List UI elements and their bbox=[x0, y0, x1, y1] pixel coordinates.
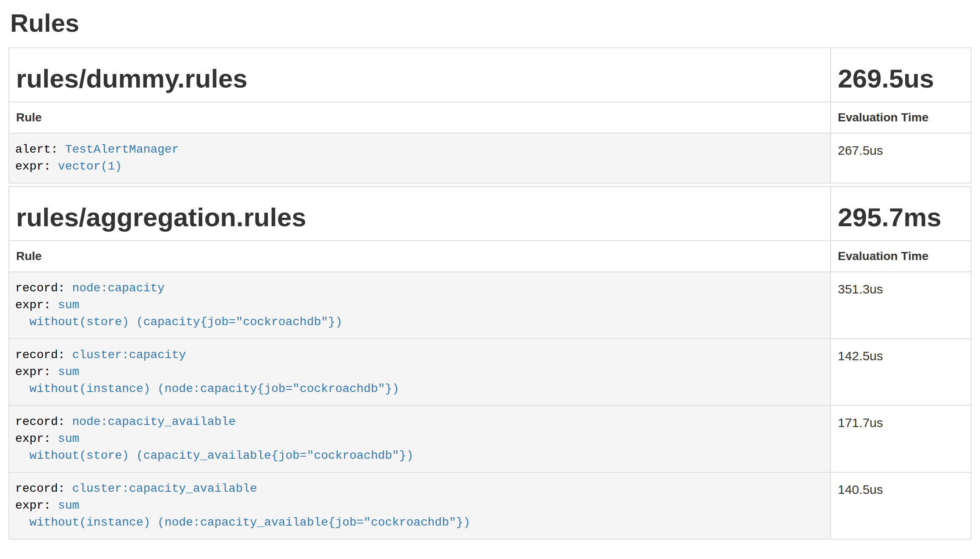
rule-definition: alert: TestAlertManagerexpr: vector(1) bbox=[9, 133, 831, 183]
rule-link[interactable]: without(instance) (node:capacity{job="co… bbox=[15, 382, 399, 395]
code-line: record: node:capacity_available bbox=[15, 414, 824, 430]
rule-row: record: cluster:capacityexpr: sum withou… bbox=[9, 339, 971, 406]
column-header-row: Rule Evaluation Time bbox=[9, 241, 971, 272]
rule-evaluation-time: 140.5us bbox=[831, 472, 971, 539]
rule-group-table: rules/aggregation.rules 295.7ms Rule Eva… bbox=[8, 186, 972, 540]
code-keyword: record: bbox=[15, 282, 72, 295]
rule-row: record: node:capacity_availableexpr: sum… bbox=[9, 406, 971, 472]
rule-group-eval-total-cell: 269.5us bbox=[831, 48, 971, 102]
code-line: expr: vector(1) bbox=[15, 158, 824, 175]
eval-column-header: Evaluation Time bbox=[831, 102, 971, 133]
rule-link[interactable]: cluster:capacity_available bbox=[72, 482, 257, 495]
rule-row: record: node:capacityexpr: sum without(s… bbox=[9, 272, 971, 339]
code-line: record: cluster:capacity bbox=[15, 347, 824, 364]
rule-evaluation-time: 171.7us bbox=[831, 406, 971, 472]
code-line: alert: TestAlertManager bbox=[15, 141, 824, 158]
rule-link[interactable]: cluster:capacity bbox=[72, 348, 186, 362]
code-keyword: record: bbox=[15, 348, 72, 362]
code-keyword: expr: bbox=[15, 499, 58, 512]
rule-evaluation-time: 267.5us bbox=[831, 133, 971, 183]
code-keyword: alert: bbox=[15, 143, 65, 156]
rules-page: Rules rules/dummy.rules 269.5us Rule Eva… bbox=[0, 9, 980, 540]
rule-group-file-cell: rules/aggregation.rules bbox=[9, 186, 831, 241]
rule-group-eval-total: 269.5us bbox=[838, 64, 964, 93]
column-header-row: Rule Evaluation Time bbox=[9, 102, 971, 133]
rule-groups: rules/dummy.rules 269.5us Rule Evaluatio… bbox=[8, 47, 972, 540]
rule-link[interactable]: sum bbox=[58, 499, 79, 512]
code-line: without(store) (capacity{job="cockroachd… bbox=[15, 314, 824, 331]
rule-group-file: rules/aggregation.rules bbox=[16, 203, 823, 232]
code-keyword: expr: bbox=[15, 365, 58, 378]
rule-group-header-row: rules/dummy.rules 269.5us bbox=[9, 48, 971, 102]
rule-link[interactable]: without(store) (capacity_available{job="… bbox=[15, 449, 413, 462]
rule-group-file: rules/dummy.rules bbox=[16, 64, 823, 93]
code-keyword: expr: bbox=[15, 299, 58, 312]
rule-column-header: Rule bbox=[9, 241, 831, 272]
rule-link[interactable]: node:capacity bbox=[72, 282, 164, 295]
rule-link[interactable]: without(instance) (node:capacity_availab… bbox=[15, 516, 470, 529]
code-keyword: expr: bbox=[15, 432, 58, 445]
rule-row: record: cluster:capacity_availableexpr: … bbox=[9, 472, 971, 539]
rule-group-table: rules/dummy.rules 269.5us Rule Evaluatio… bbox=[8, 47, 972, 184]
rule-link[interactable]: node:capacity_available bbox=[72, 415, 235, 428]
rule-definition: record: cluster:capacity_availableexpr: … bbox=[9, 472, 831, 539]
rule-column-header: Rule bbox=[9, 102, 831, 133]
code-keyword: record: bbox=[15, 415, 72, 428]
rule-row: alert: TestAlertManagerexpr: vector(1)26… bbox=[9, 133, 971, 183]
page-title: Rules bbox=[10, 9, 972, 37]
eval-column-header: Evaluation Time bbox=[831, 241, 971, 272]
rule-link[interactable]: without(store) (capacity{job="cockroachd… bbox=[15, 315, 342, 329]
rule-evaluation-time: 142.5us bbox=[831, 339, 971, 406]
code-line: record: cluster:capacity_available bbox=[15, 480, 824, 497]
code-line: without(instance) (node:capacity{job="co… bbox=[15, 381, 824, 397]
code-keyword: expr: bbox=[15, 160, 58, 173]
rule-link[interactable]: sum bbox=[58, 299, 79, 312]
rule-definition: record: cluster:capacityexpr: sum withou… bbox=[9, 339, 831, 406]
rule-group-eval-total-cell: 295.7ms bbox=[831, 186, 971, 241]
rule-link[interactable]: vector(1) bbox=[58, 160, 122, 173]
rule-group-eval-total: 295.7ms bbox=[838, 203, 964, 232]
rule-definition: record: node:capacityexpr: sum without(s… bbox=[9, 272, 831, 339]
code-line: expr: sum bbox=[15, 430, 824, 447]
code-line: record: node:capacity bbox=[15, 280, 824, 297]
rule-definition: record: node:capacity_availableexpr: sum… bbox=[9, 406, 831, 472]
rule-evaluation-time: 351.3us bbox=[831, 272, 971, 339]
code-line: without(store) (capacity_available{job="… bbox=[15, 447, 824, 464]
rule-link[interactable]: sum bbox=[58, 432, 79, 445]
rule-group-header-row: rules/aggregation.rules 295.7ms bbox=[9, 186, 971, 241]
code-line: expr: sum bbox=[15, 497, 824, 514]
rule-link[interactable]: sum bbox=[58, 365, 79, 378]
code-line: expr: sum bbox=[15, 364, 824, 381]
code-keyword: record: bbox=[15, 482, 72, 495]
rule-group-file-cell: rules/dummy.rules bbox=[9, 48, 831, 102]
code-line: expr: sum bbox=[15, 297, 824, 314]
rule-link[interactable]: TestAlertManager bbox=[65, 143, 179, 156]
code-line: without(instance) (node:capacity_availab… bbox=[15, 514, 824, 531]
